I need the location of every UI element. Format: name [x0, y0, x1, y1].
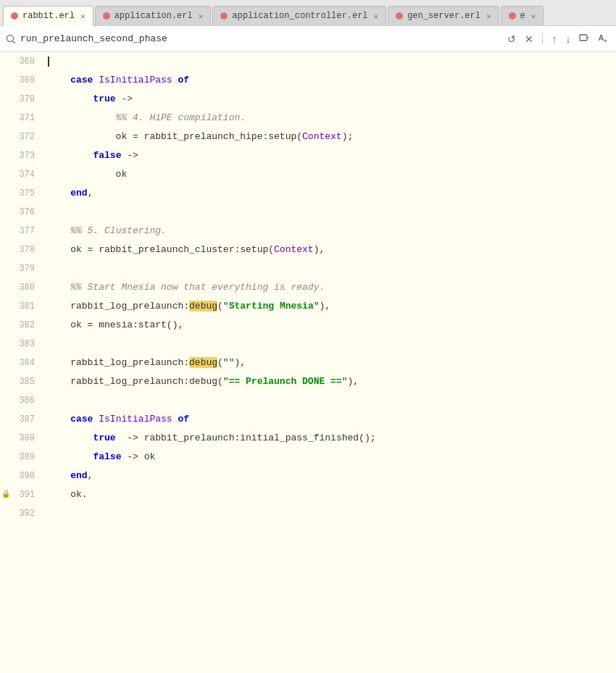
line-number-390: 390: [0, 467, 43, 485]
tab-application[interactable]: application.erl ✕: [95, 6, 212, 26]
clear-button[interactable]: ✕: [522, 32, 536, 46]
line-number-388: 388: [0, 429, 43, 448]
line-content-371: %% 4. HiPE compilation.: [43, 109, 616, 128]
line-number-391: 🔒 391: [0, 485, 43, 504]
tab-dot-rabbit: [11, 12, 18, 20]
keyword-case: case: [70, 75, 93, 85]
keyword-false-373: false: [93, 150, 121, 161]
var-context-378: Context: [274, 244, 314, 255]
line-number-374: 374: [0, 165, 43, 184]
tab-close-app-ctrl[interactable]: ✕: [374, 12, 379, 21]
line-number-381: 381: [0, 297, 43, 316]
code-line-376: 376: [0, 203, 616, 222]
tab-close-more[interactable]: ✕: [531, 12, 536, 21]
line-number-372: 372: [0, 128, 43, 146]
line-content-380: %% Start Mnesia now that everything is r…: [43, 278, 616, 297]
code-line-383: 383: [0, 335, 616, 354]
keyword-end-375: end: [70, 188, 87, 198]
refresh-button[interactable]: ↺: [504, 32, 519, 46]
tab-close-application[interactable]: ✕: [199, 12, 204, 21]
line-number-389: 389: [0, 448, 43, 467]
code-line-382: 382 ok = mnesia:start(),: [0, 316, 616, 335]
line-content-368: [43, 52, 616, 71]
code-line-372: 372 ok = rabbit_prelaunch_hipe:setup(Con…: [0, 128, 616, 146]
code-line-371: 371 %% 4. HiPE compilation.: [0, 109, 616, 128]
tab-label-application: application.erl: [115, 11, 193, 21]
tab-rabbit[interactable]: rabbit.erl ✕: [3, 6, 93, 26]
string-prelaunch-done: == Prelaunch DONE ==: [229, 376, 342, 387]
keyword-of: of: [178, 75, 189, 85]
line-number-382: 382: [0, 316, 43, 335]
line-content-385: rabbit_log_prelaunch:debug("== Prelaunch…: [43, 372, 616, 391]
code-line-378: 378 ok = rabbit_prelaunch_cluster:setup(…: [0, 241, 616, 259]
keyword-of-387: of: [178, 414, 189, 425]
tab-label-more: e: [520, 11, 525, 21]
code-line-385: 385 rabbit_log_prelaunch:debug("== Prela…: [0, 372, 616, 391]
line-content-372: ok = rabbit_prelaunch_hipe:setup(Context…: [43, 128, 616, 146]
tab-dot-application: [103, 12, 110, 20]
line-content-369: case IsInitialPass of: [43, 71, 616, 90]
code-area: 368 369 case IsInitialPass of 370 true -…: [0, 52, 616, 673]
line-number-385: 385: [0, 372, 43, 391]
svg-point-0: [7, 35, 14, 41]
comment-hipe: %% 4. HiPE compilation.: [116, 112, 246, 123]
settings-regex-button[interactable]: A+: [595, 32, 610, 46]
code-line-368: 368: [0, 52, 616, 71]
line-content-375: end,: [43, 184, 616, 203]
tab-close-gen-server[interactable]: ✕: [486, 12, 491, 21]
code-line-379: 379: [0, 259, 616, 278]
code-line-377: 377 %% 5. Clustering.: [0, 222, 616, 241]
line-content-391: ok.: [43, 485, 616, 504]
line-number-371: 371: [0, 109, 43, 128]
tab-application-controller[interactable]: application_controller.erl ✕: [212, 6, 386, 26]
tab-dot-more: [509, 12, 516, 20]
keyword-true: true: [93, 93, 115, 104]
svg-line-1: [13, 41, 16, 43]
code-line-389: 389 false -> ok: [0, 448, 616, 467]
svg-rect-2: [580, 35, 587, 41]
line-number-375: 375: [0, 184, 43, 203]
search-input[interactable]: [20, 33, 500, 44]
line-content-387: case IsInitialPass of: [43, 410, 616, 429]
line-content-381: rabbit_log_prelaunch:debug("Starting Mne…: [43, 297, 616, 316]
line-number-383: 383: [0, 335, 43, 354]
line-number-380: 380: [0, 278, 43, 297]
var-context-372: Context: [302, 131, 342, 142]
comment-clustering: %% 5. Clustering.: [70, 225, 167, 236]
line-number-368: 368: [0, 52, 43, 71]
tab-gen-server[interactable]: gen_server.erl ✕: [388, 6, 499, 26]
line-number-392: 392: [0, 504, 43, 523]
line-number-386: 386: [0, 391, 43, 410]
keyword-end-390: end: [70, 470, 87, 481]
var-isinitialpass-387: IsInitialPass: [99, 414, 172, 425]
line-number-379: 379: [0, 259, 43, 278]
navigate-up-button[interactable]: ↑: [549, 32, 559, 46]
keyword-case-387: case: [70, 414, 93, 425]
tab-label-gen-server: gen_server.erl: [407, 11, 480, 21]
line-number-378: 378: [0, 241, 43, 259]
keyword-true-388: true: [93, 432, 115, 443]
code-line-391: 🔒 391 ok.: [0, 485, 616, 504]
wrap-button[interactable]: [576, 31, 592, 46]
comment-mnesia-start: %% Start Mnesia now that everything is r…: [70, 282, 325, 293]
line-content-377: %% 5. Clustering.: [43, 222, 616, 241]
tab-close-rabbit[interactable]: ✕: [80, 12, 86, 21]
code-line-380: 380 %% Start Mnesia now that everything …: [0, 278, 616, 297]
line-content-384: rabbit_log_prelaunch:debug(""),: [43, 354, 616, 372]
line-content-370: true ->: [43, 90, 616, 109]
tab-more[interactable]: e ✕: [501, 6, 544, 26]
highlight-debug-381: debug: [189, 301, 217, 312]
line-number-384: 384: [0, 354, 43, 372]
search-bar: ↺ ✕ ↑ ↓ A+: [0, 26, 616, 52]
string-starting-mnesia: Starting Mnesia: [229, 301, 314, 312]
line-content-389: false -> ok: [43, 448, 616, 467]
code-line-390: 390 end,: [0, 467, 616, 485]
navigate-down-button[interactable]: ↓: [562, 32, 573, 46]
code-line-386: 386: [0, 391, 616, 410]
code-line-392: 392: [0, 504, 616, 523]
var-isinitialpass: IsInitialPass: [99, 75, 172, 85]
code-line-384: 384 rabbit_log_prelaunch:debug(""),: [0, 354, 616, 372]
search-actions: ↺ ✕ ↑ ↓ A+: [504, 31, 610, 46]
code-line-375: 375 end,: [0, 184, 616, 203]
code-line-370: 370 true ->: [0, 90, 616, 109]
